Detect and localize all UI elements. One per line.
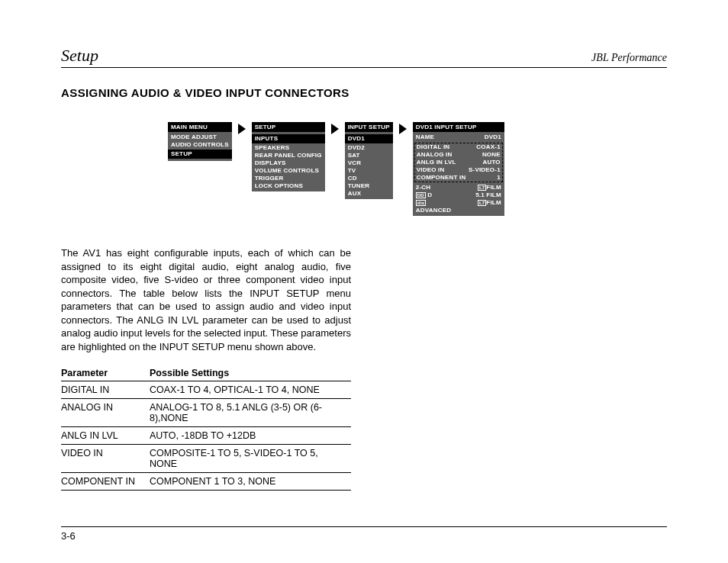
row-label: NAME	[416, 134, 434, 141]
row-label: ANLG IN LVL	[417, 159, 456, 166]
menu-item: VOLUME CONTROLS	[255, 167, 319, 174]
param-value: COAX-1 TO 4, OPTICAL-1 TO 4, NONE	[150, 381, 351, 399]
menu-breadcrumb: MAIN MENU MODE ADJUST AUDIO CONTROLS SET…	[168, 122, 667, 216]
menu-dvd1-input-setup: DVD1 INPUT SETUP NAMEDVD1 DIGITAL INCOAX…	[413, 122, 504, 216]
row-label: DD D	[416, 191, 433, 199]
row-value: 5.1 FILM	[475, 191, 501, 199]
param-name: VIDEO IN	[61, 445, 150, 473]
table-row: VIDEO INCOMPOSITE-1 TO 5, S-VIDEO-1 TO 5…	[61, 445, 351, 473]
menu-title: INPUT SETUP	[345, 122, 393, 132]
menu-item-highlight: SETUP	[168, 150, 232, 159]
menu-body: MODE ADJUST AUDIO CONTROLS SETUP	[168, 132, 232, 161]
menu-row: VIDEO INS-VIDEO-1	[417, 166, 501, 174]
menu-setup: SETUP INPUTS SPEAKERS REAR PANEL CONFIG …	[252, 122, 325, 191]
menu-row: DIGITAL INCOAX-1	[417, 143, 501, 151]
menu-row: ANALOG INNONE	[417, 151, 501, 159]
menu-item: TUNER	[348, 182, 370, 189]
row-label: ANALOG IN	[417, 151, 453, 159]
menu-item: CD	[348, 175, 357, 182]
row-value: 1	[497, 174, 501, 182]
row-label: VIDEO IN	[417, 166, 445, 174]
param-value: ANALOG-1 TO 8, 5.1 ANLG (3-5) OR (6-8),N…	[150, 399, 351, 427]
arrow-icon	[331, 124, 339, 134]
table-row: COMPONENT INCOMPONENT 1 TO 3, NONE	[61, 473, 351, 491]
row-value: S-VIDEO-1	[469, 166, 501, 174]
menu-item: MODE ADJUST	[171, 134, 217, 140]
page-number: 3-6	[61, 526, 667, 542]
table-row: ANLG IN LVLAUTO, -18DB TO +12DB	[61, 427, 351, 445]
logic7-icon: L7	[478, 200, 486, 206]
table-head-row: Parameter Possible Settings	[61, 365, 351, 381]
param-name: ANLG IN LVL	[61, 427, 150, 445]
menu-item: AUX	[348, 190, 362, 197]
menu-item: SPEAKERS	[255, 144, 290, 151]
table-row: DIGITAL INCOAX-1 TO 4, OPTICAL-1 TO 4, N…	[61, 381, 351, 399]
highlighted-params-box: DIGITAL INCOAX-1 ANALOG INNONE ANLG IN L…	[414, 143, 503, 182]
menu-body: NAMEDVD1 DIGITAL INCOAX-1 ANALOG INNONE …	[413, 132, 504, 216]
menu-body: DVD1 DVD2 SAT VCR TV CD TUNER AUX	[345, 132, 393, 199]
dolby-icon: DD	[416, 192, 426, 198]
row-value: AUTO	[482, 159, 500, 166]
row-value: L7FILM	[478, 199, 501, 207]
row-label: dts	[416, 199, 427, 207]
menu-item: LOCK OPTIONS	[255, 182, 303, 189]
param-name: ANALOG IN	[61, 399, 150, 427]
menu-item: DISPLAYS	[255, 159, 286, 166]
menu-row: dtsL7FILM	[416, 199, 501, 207]
menu-input-setup: INPUT SETUP DVD1 DVD2 SAT VCR TV CD TUNE…	[345, 122, 393, 199]
menu-item: VCR	[348, 159, 362, 166]
parameters-table: Parameter Possible Settings DIGITAL INCO…	[61, 365, 351, 491]
page-header: Setup JBL Performance	[61, 46, 667, 68]
row-value: NONE	[482, 151, 501, 159]
param-value: COMPOSITE-1 TO 5, S-VIDEO-1 TO 5, NONE	[150, 445, 351, 473]
body-paragraph: The AV1 has eight configurable inputs, e…	[61, 246, 351, 353]
menu-item: TV	[348, 167, 356, 174]
arrow-icon	[399, 124, 407, 134]
header-right: JBL Performance	[591, 52, 667, 64]
menu-row: ANLG IN LVLAUTO	[417, 159, 501, 166]
menu-item: AUDIO CONTROLS	[171, 141, 229, 148]
menu-title: MAIN MENU	[168, 122, 232, 132]
table-head: Parameter	[61, 365, 150, 381]
menu-title: SETUP	[252, 122, 325, 132]
menu-row: 2-CHL7FILM	[416, 184, 501, 191]
menu-row: NAMEDVD1	[416, 134, 501, 141]
section-title: ASSIGNING AUDIO & VIDEO INPUT CONNECTORS	[61, 86, 667, 99]
row-value: DVD1	[485, 134, 501, 141]
row-label: DIGITAL IN	[417, 143, 449, 151]
row-value: L7FILM	[478, 184, 501, 191]
table-row: ANALOG INANALOG-1 TO 8, 5.1 ANLG (3-5) O…	[61, 399, 351, 427]
menu-main: MAIN MENU MODE ADJUST AUDIO CONTROLS SET…	[168, 122, 232, 161]
menu-body: INPUTS SPEAKERS REAR PANEL CONFIG DISPLA…	[252, 132, 325, 191]
row-label: COMPONENT IN	[417, 174, 466, 182]
table-head: Possible Settings	[150, 365, 351, 381]
header-left: Setup	[61, 46, 98, 66]
page: Setup JBL Performance ASSIGNING AUDIO & …	[0, 0, 728, 563]
menu-item: REAR PANEL CONFIG	[255, 152, 322, 159]
menu-item: ADVANCED	[416, 207, 501, 214]
param-value: COMPONENT 1 TO 3, NONE	[150, 473, 351, 491]
param-name: DIGITAL IN	[61, 381, 150, 399]
param-value: AUTO, -18DB TO +12DB	[150, 427, 351, 445]
menu-title: DVD1 INPUT SETUP	[413, 122, 504, 132]
row-value: COAX-1	[476, 143, 500, 151]
menu-item-highlight: DVD1	[345, 134, 393, 143]
menu-item: DVD2	[348, 144, 365, 151]
row-label: 2-CH	[416, 184, 430, 191]
dts-icon: dts	[416, 200, 427, 206]
menu-item-highlight: INPUTS	[252, 134, 325, 143]
menu-row: DD D5.1 FILM	[416, 191, 501, 199]
menu-item: TRIGGER	[255, 175, 284, 182]
menu-row: COMPONENT IN1	[417, 174, 501, 182]
arrow-icon	[238, 124, 246, 134]
logic7-icon: L7	[478, 185, 486, 191]
param-name: COMPONENT IN	[61, 473, 150, 491]
menu-item: SAT	[348, 152, 360, 159]
